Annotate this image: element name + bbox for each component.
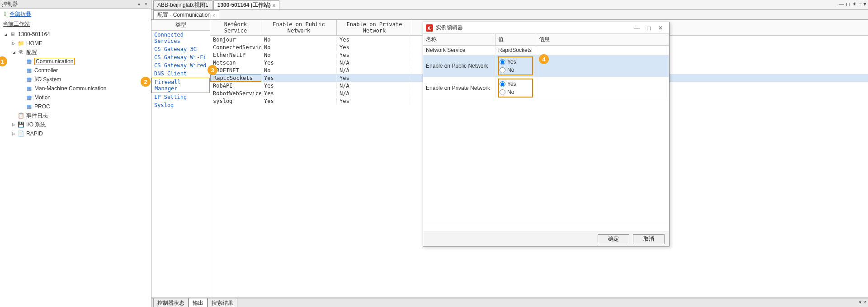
tree-item[interactable]: ▷📄RAPID xyxy=(2,129,151,138)
property-row[interactable]: Network ServiceRapidSockets xyxy=(423,46,669,55)
tree-item[interactable]: ▷💾I/O 系统 xyxy=(2,120,151,129)
type-item[interactable]: Syslog xyxy=(151,101,210,109)
output-tab[interactable]: 控制器状态 xyxy=(153,298,189,307)
column-header[interactable]: Network Service▲ xyxy=(210,20,261,35)
tree-item[interactable]: ▷📁HOME xyxy=(2,39,151,48)
expand-icon[interactable]: ▷ xyxy=(11,131,16,136)
table-cell: Yes xyxy=(261,98,337,104)
tree-item[interactable]: ▦Motion xyxy=(2,93,151,102)
document-tab[interactable]: ABB-beijinglab:视图1 xyxy=(153,0,212,9)
close-icon[interactable]: × xyxy=(143,1,149,8)
output-tab[interactable]: 搜索结果 xyxy=(208,298,237,307)
close-icon[interactable]: × xyxy=(212,13,215,18)
collapse-icon[interactable]: ◢ xyxy=(11,50,16,55)
table-cell: Yes xyxy=(261,90,337,97)
current-station-label: 当前工作站 xyxy=(0,19,151,29)
collapse-icon[interactable]: ◢ xyxy=(3,32,8,37)
tree-item[interactable]: 📋事件日志 xyxy=(2,111,151,120)
type-item[interactable]: CS Gateway 3G xyxy=(151,45,210,53)
property-value[interactable]: YesNo xyxy=(495,55,536,77)
property-info xyxy=(536,55,669,77)
config-communication-tab[interactable]: 配置 - Communication × xyxy=(153,10,219,19)
dialog-grid-body[interactable]: Network ServiceRapidSocketsEnable on Pub… xyxy=(423,46,669,221)
property-info xyxy=(536,77,669,99)
pin-icon[interactable]: ▾ xyxy=(136,1,142,8)
cancel-button[interactable]: 取消 xyxy=(633,234,665,244)
document-tab[interactable]: 1300-501164 (工作站)× xyxy=(213,0,280,9)
property-row[interactable]: Enable on Private NetworkYesNo xyxy=(423,77,669,99)
table-cell: Yes xyxy=(337,37,412,43)
table-cell: N/A xyxy=(337,67,412,74)
tree-item[interactable]: ▦Man-Machine Communication xyxy=(2,84,151,93)
type-item[interactable]: CS Gateway Wi-Fi xyxy=(151,53,210,61)
property-name: Enable on Public Network xyxy=(423,55,495,77)
annotation-badge: 4 xyxy=(539,54,549,64)
radio-option[interactable]: Yes xyxy=(500,80,532,88)
tree-item[interactable]: ▦PROC xyxy=(2,102,151,111)
tree-item[interactable]: ▦Communication xyxy=(2,57,151,66)
column-header[interactable]: Enable on Public Network xyxy=(261,20,337,35)
radio-option[interactable]: Yes xyxy=(500,58,532,66)
grid-icon: ▦ xyxy=(25,85,33,92)
add-icon[interactable]: + xyxy=(859,1,862,7)
property-value[interactable]: YesNo xyxy=(495,77,536,99)
expand-icon[interactable]: ▷ xyxy=(11,122,16,127)
ok-button[interactable]: 确定 xyxy=(598,234,629,244)
column-header[interactable]: Enable on Private Network xyxy=(337,20,412,35)
spacer xyxy=(11,113,16,118)
output-tab[interactable]: 输出 xyxy=(189,298,208,307)
type-item[interactable]: Firewall Manager xyxy=(151,78,210,93)
output-tabs: 控制器状态输出搜索结果 ▾ × xyxy=(151,298,868,307)
dialog-column-header: 值 xyxy=(495,34,536,45)
table-cell: syslog xyxy=(210,98,261,104)
table-cell: Yes xyxy=(261,75,337,81)
minimize-button[interactable]: — xyxy=(631,23,643,33)
maximize-button[interactable]: ◻ xyxy=(643,23,655,33)
tree-item-label: I/O System xyxy=(34,76,61,83)
maximize-icon[interactable]: ✦ xyxy=(852,1,857,7)
table-cell: N/A xyxy=(337,90,412,97)
radio-option[interactable]: No xyxy=(500,66,532,74)
tree-item-label: 1300-501164 xyxy=(18,31,50,37)
property-value[interactable]: RapidSockets xyxy=(495,46,536,55)
radio-option[interactable]: No xyxy=(500,88,532,96)
config-subtabs: 配置 - Communication × xyxy=(151,10,868,20)
dialog-grid-header: 名称值信息 xyxy=(423,34,669,46)
dialog-titlebar[interactable]: ◐ 实例编辑器 — ◻ ✕ xyxy=(423,22,669,34)
ctrl-icon: 🖥 xyxy=(9,31,16,38)
type-item[interactable]: IP Setting xyxy=(151,93,210,101)
table-cell: Yes xyxy=(337,44,412,51)
table-cell: No xyxy=(261,52,337,58)
dropdown-icon[interactable]: ▾ xyxy=(863,1,866,7)
type-item[interactable]: Connected Services xyxy=(151,31,210,45)
restore-icon[interactable]: ◻ xyxy=(846,1,850,7)
tree-item-label: HOME xyxy=(26,40,42,47)
dialog-filter-row[interactable] xyxy=(423,221,669,232)
close-icon[interactable]: × xyxy=(273,3,275,8)
tree-item[interactable]: ◢🖥1300-501164 xyxy=(2,30,151,39)
table-cell: Bonjour xyxy=(210,37,261,43)
table-cell: ConnectedServices xyxy=(210,44,261,51)
pin-icon[interactable]: ▾ xyxy=(859,299,862,305)
dialog-column-header: 名称 xyxy=(423,34,495,45)
cfg-icon: 🛠 xyxy=(17,49,24,56)
tree-item[interactable]: ◢🛠配置 xyxy=(2,48,151,57)
property-name: Enable on Private Network xyxy=(423,77,495,99)
sort-asc-icon: ▲ xyxy=(235,20,237,23)
controller-tree[interactable]: ◢🖥1300-501164▷📁HOME◢🛠配置▦Communication▦Co… xyxy=(0,29,151,307)
tree-item[interactable]: ▦I/O System xyxy=(2,75,151,84)
grid-icon: ▦ xyxy=(25,103,33,110)
type-list-items[interactable]: Connected ServicesCS Gateway 3GCS Gatewa… xyxy=(151,31,210,298)
document-tabs: ABB-beijinglab:视图11300-501164 (工作站)× — ◻… xyxy=(151,0,868,10)
collapse-all-link[interactable]: ⇧ 全部折叠 xyxy=(0,9,151,19)
tree-item[interactable]: ▦Controller xyxy=(2,66,151,75)
minimize-icon[interactable]: — xyxy=(839,1,844,7)
table-cell: Yes xyxy=(337,75,412,81)
close-button[interactable]: ✕ xyxy=(655,23,666,33)
expand-icon[interactable]: ▷ xyxy=(11,41,16,46)
type-item[interactable]: CS Gateway Wired xyxy=(151,61,210,70)
type-item[interactable]: DNS Client xyxy=(151,70,210,78)
controller-panel: 控制器 ▾ × ⇧ 全部折叠 当前工作站 ◢🖥1300-501164▷📁HOME… xyxy=(0,0,151,307)
close-icon[interactable]: × xyxy=(863,299,866,305)
tree-item-label: PROC xyxy=(34,103,50,110)
